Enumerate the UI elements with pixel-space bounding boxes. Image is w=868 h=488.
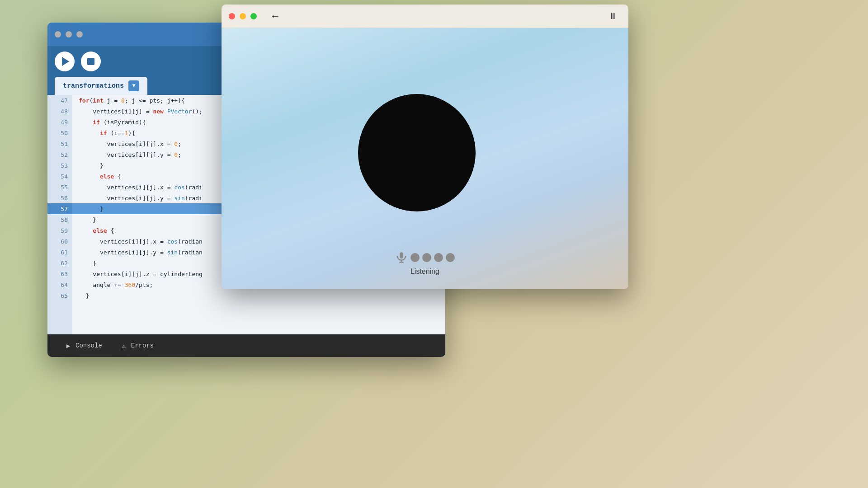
line-num-55: 55 — [47, 182, 72, 192]
listening-label: Listening — [410, 267, 439, 276]
preview-titlebar: ← ⏸ — [222, 5, 628, 28]
listening-dot-4 — [446, 253, 455, 262]
microphone-icon — [395, 251, 408, 264]
line-num-61: 61 — [47, 247, 72, 258]
line-num-53: 53 — [47, 160, 72, 171]
line-num-56: 56 — [47, 192, 72, 203]
line-num-63: 63 — [47, 268, 72, 279]
line-num-57: 57 — [47, 203, 72, 214]
preview-window: ← ⏸ Listening — [222, 5, 628, 289]
preview-close-button[interactable] — [229, 13, 235, 19]
warning-icon: ⚠ — [120, 342, 127, 349]
line-num-54: 54 — [47, 171, 72, 182]
stop-button[interactable] — [81, 52, 101, 71]
line-num-62: 62 — [47, 258, 72, 268]
pause-icon: ⏸ — [609, 11, 618, 21]
line-num-48: 48 — [47, 106, 72, 117]
preview-minimize-button[interactable] — [240, 13, 246, 19]
console-tab-label: Console — [75, 342, 102, 349]
line-num-52: 52 — [47, 149, 72, 160]
errors-tab[interactable]: ⚠ Errors — [112, 338, 162, 353]
terminal-icon: ▶ — [65, 342, 72, 349]
errors-tab-label: Errors — [131, 342, 154, 349]
play-button[interactable] — [55, 52, 75, 71]
code-bottom-bar: ▶ Console ⚠ Errors — [47, 334, 445, 357]
line-num-50: 50 — [47, 127, 72, 138]
console-tab[interactable]: ▶ Console — [57, 338, 110, 353]
preview-content: Listening — [222, 28, 628, 289]
back-button[interactable]: ← — [270, 11, 280, 21]
code-line-65: } — [72, 290, 445, 301]
listening-dot-2 — [422, 253, 431, 262]
line-numbers: 47 48 49 50 51 52 53 54 55 56 57 58 59 6… — [47, 95, 72, 334]
line-num-60: 60 — [47, 236, 72, 247]
preview-circle — [358, 94, 476, 211]
code-tab-transformations[interactable]: transformations ▼ — [55, 77, 147, 95]
line-num-47: 47 — [47, 95, 72, 106]
preview-maximize-button[interactable] — [250, 13, 257, 19]
pause-button[interactable]: ⏸ — [605, 9, 621, 23]
listening-dots — [395, 251, 455, 264]
line-num-64: 64 — [47, 279, 72, 290]
tab-dropdown-button[interactable]: ▼ — [128, 80, 139, 91]
line-num-59: 59 — [47, 225, 72, 236]
close-traffic-light[interactable] — [55, 31, 61, 38]
line-num-65: 65 — [47, 290, 72, 301]
maximize-traffic-light[interactable] — [76, 31, 83, 38]
listening-dot-3 — [434, 253, 443, 262]
listening-bar: Listening — [395, 251, 455, 276]
line-num-58: 58 — [47, 214, 72, 225]
line-num-49: 49 — [47, 117, 72, 127]
minimize-traffic-light[interactable] — [66, 31, 72, 38]
line-num-51: 51 — [47, 138, 72, 149]
listening-dot-1 — [410, 253, 420, 262]
tab-label: transformations — [63, 82, 124, 90]
